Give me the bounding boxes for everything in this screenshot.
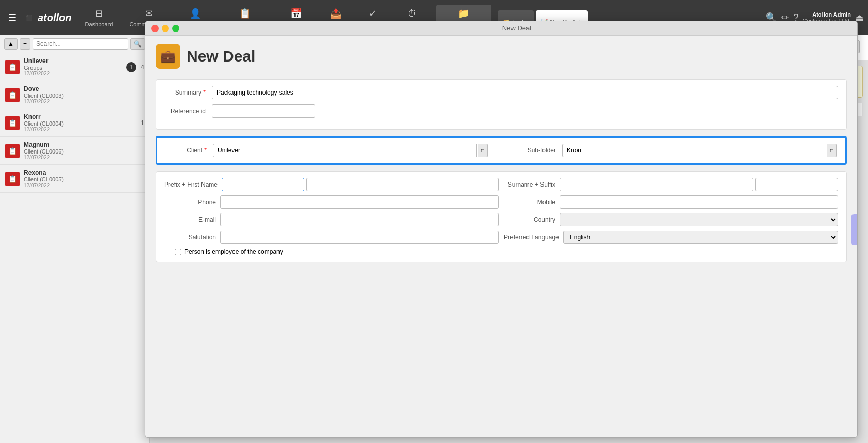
calendar-icon: 📅 [290, 8, 302, 19]
form-row-summary: Summary [164, 86, 838, 99]
client-badge-unilever: 1 [126, 62, 136, 72]
phone-input[interactable] [220, 195, 499, 209]
client-name-magnum: Magnum [24, 141, 144, 148]
contact-row-salutation: Salutation [164, 231, 499, 244]
modal-minimize-btn[interactable] [162, 25, 169, 32]
client-sub-knorr: Client (CL0004) [24, 120, 136, 127]
salutation-label: Salutation [164, 234, 216, 241]
client-date-knorr: 12/07/2022 [24, 127, 136, 132]
app-logo: ◾ atollon [23, 11, 72, 24]
mobile-label: Mobile [504, 198, 555, 206]
sidebar-search-btn[interactable]: 🔍 [130, 38, 145, 50]
mobile-input[interactable] [560, 195, 838, 209]
contact-section: Prefix + First Name Phone E-mail [156, 171, 847, 262]
email-label: E-mail [164, 216, 216, 223]
client-info-unilever: Unilever Groups 12/07/2022 [24, 57, 120, 77]
client-info-dove: Dove Client (CL0003) 12/07/2022 [24, 85, 144, 104]
suffix-input[interactable] [755, 178, 838, 191]
country-select[interactable] [560, 213, 838, 226]
prefix-first-name-label: Prefix + First Name [164, 181, 218, 188]
client-item-dove[interactable]: 📋 Dove Client (CL0003) 12/07/2022 [0, 81, 149, 109]
employee-checkbox-row: Person is employee of the company [164, 248, 838, 255]
hamburger-menu[interactable]: ☰ [4, 8, 21, 27]
client-date-magnum: 12/07/2022 [24, 155, 144, 160]
client-date-dove: 12/07/2022 [24, 99, 144, 104]
salutation-input[interactable] [220, 231, 499, 244]
client-list: 📋 Unilever Groups 12/07/2022 1 4 📋 Dove … [0, 53, 149, 443]
scroll-indicator [851, 214, 857, 245]
preferred-language-select[interactable]: English German French Spanish [563, 231, 838, 244]
client-count-knorr: 1 [141, 119, 144, 127]
phone-label: Phone [164, 198, 216, 206]
contact-row-email: E-mail [164, 213, 499, 226]
modal-header-title: New Deal [187, 48, 255, 65]
sidebar-add-btn[interactable]: + [20, 38, 30, 50]
client-name-unilever: Unilever [24, 57, 120, 65]
client-date-rexona: 12/07/2022 [24, 182, 144, 188]
surname-input-pair [560, 178, 838, 191]
modal-maximize-btn[interactable] [172, 25, 179, 32]
form-row-reference: Reference id [164, 104, 838, 118]
client-sub-dove: Client (CL0003) [24, 93, 144, 99]
logo-text: atollon [38, 12, 72, 24]
contact-grid: Prefix + First Name Phone E-mail [164, 178, 838, 244]
client-input[interactable] [213, 144, 477, 157]
modal-icon-symbol: 💼 [160, 49, 176, 64]
requests-icon: 📤 [330, 8, 342, 19]
email-input[interactable] [220, 213, 499, 226]
client-item-rexona[interactable]: 📋 Rexona Client (CL0005) 12/07/2022 [0, 165, 149, 193]
subfolder-input[interactable] [562, 144, 826, 157]
contact-row-language: Preferred Language English German French… [504, 231, 838, 244]
client-icon-magnum: 📋 [5, 144, 20, 158]
nav-dashboard[interactable]: ⊟ Dashboard [78, 5, 120, 30]
modal-body: 💼 New Deal Summary Reference id Client [145, 36, 857, 437]
main-content: ▲ + 🔍 📋 Unilever Groups 12/07/2022 1 4 📋 [0, 35, 868, 443]
first-name-input[interactable] [306, 178, 499, 191]
contact-row-name: Prefix + First Name [164, 178, 499, 191]
sidebar-up-btn[interactable]: ▲ [4, 38, 18, 50]
sidebar-search-input[interactable] [33, 38, 128, 50]
contact-icon: 👤 [190, 8, 201, 19]
client-sub-rexona: Client (CL0005) [24, 176, 144, 182]
client-section: Client □ Sub-folder □ [156, 136, 847, 165]
left-sidebar: ▲ + 🔍 📋 Unilever Groups 12/07/2022 1 4 📋 [0, 35, 150, 443]
name-input-pair [222, 178, 499, 191]
client-picker-btn[interactable]: □ [478, 144, 488, 157]
client-icon-knorr: 📋 [5, 116, 20, 130]
client-name-knorr: Knorr [24, 113, 136, 120]
subfolder-picker-btn[interactable]: □ [827, 144, 837, 157]
reference-label: Reference id [164, 108, 206, 115]
contact-row-surname: Surname + Suffix [504, 178, 838, 191]
client-info-magnum: Magnum Client (CL0006) 12/07/2022 [24, 141, 144, 160]
client-item-knorr[interactable]: 📋 Knorr Client (CL0004) 12/07/2022 1 [0, 109, 149, 137]
client-count-unilever: 4 [141, 63, 144, 71]
client-item-magnum[interactable]: 📋 Magnum Client (CL0006) 12/07/2022 [0, 137, 149, 165]
client-name-rexona: Rexona [24, 169, 144, 176]
client-icon-rexona: 📋 [5, 172, 20, 186]
client-info-rexona: Rexona Client (CL0005) 12/07/2022 [24, 169, 144, 188]
contact-row-mobile: Mobile [504, 195, 838, 209]
reference-input[interactable] [212, 104, 315, 118]
surname-input[interactable] [560, 178, 753, 191]
form-row-client: Client □ Sub-folder □ [165, 144, 837, 157]
client-label: Client [165, 147, 207, 154]
summary-label: Summary [164, 89, 206, 96]
contact-right-col: Surname + Suffix Mobile Country [504, 178, 838, 244]
client-sub-magnum: Client (CL0006) [24, 148, 144, 155]
surname-suffix-label: Surname + Suffix [504, 181, 555, 188]
summary-input[interactable] [212, 86, 838, 99]
contact-row-phone: Phone [164, 195, 499, 209]
client-input-group: □ [213, 144, 488, 157]
modal-header-icon: 💼 [156, 44, 180, 69]
employee-checkbox[interactable] [175, 249, 181, 255]
contact-left-col: Prefix + First Name Phone E-mail [164, 178, 499, 244]
modal-close-btn[interactable] [151, 25, 159, 32]
projects-icon: 📋 [239, 8, 251, 19]
unilever-icon: 📁 [458, 8, 469, 19]
client-sub-unilever: Groups [24, 65, 120, 71]
prefix-input[interactable] [222, 178, 304, 191]
preferred-language-label: Preferred Language [504, 234, 559, 241]
client-icon-dove: 📋 [5, 88, 20, 102]
client-item-unilever[interactable]: 📋 Unilever Groups 12/07/2022 1 4 [0, 53, 149, 81]
modal-title-text: New Deal [182, 24, 851, 32]
